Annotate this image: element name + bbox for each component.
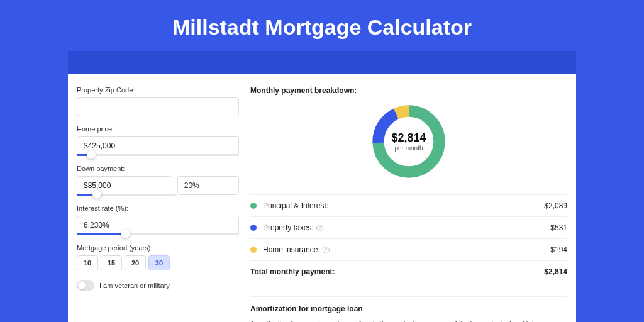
donut-chart: $2,814 per month [369,101,449,182]
interest-slider[interactable] [77,233,239,235]
breakdown-title: Monthly payment breakdown: [250,86,567,95]
period-button-15[interactable]: 15 [101,255,122,270]
page-title: Millstadt Mortgage Calculator [0,0,644,51]
info-icon[interactable]: ? [316,225,323,231]
donut-sublabel: per month [391,145,426,152]
home-price-label: Home price: [77,125,239,133]
period-button-10[interactable]: 10 [77,255,98,270]
down-payment-percent-input[interactable] [177,176,239,195]
veteran-toggle[interactable] [77,280,94,291]
zip-input[interactable] [77,97,239,116]
breakdown-item-label: Property taxes: ? [263,223,550,232]
legend-dot [250,203,257,209]
breakdown-total-value: $2,814 [544,267,567,276]
donut-chart-wrap: $2,814 per month [250,101,567,182]
down-payment-label: Down payment: [77,165,239,172]
amortization-title: Amortization for mortgage loan [250,296,567,313]
breakdown-list: Principal & Interest: $2,089Property tax… [250,194,567,260]
down-payment-amount-input[interactable] [77,176,172,195]
interest-label: Interest rate (%): [77,204,239,212]
breakdown-item-label: Principal & Interest: [263,201,544,210]
veteran-label: I am veteran or military [99,282,170,289]
breakdown-row: Home insurance: ?$194 [250,238,567,260]
breakdown-item-value: $531 [550,223,567,232]
period-button-30[interactable]: 30 [148,255,170,270]
home-price-field-group: Home price: [77,125,239,156]
breakdown-column: Monthly payment breakdown: $2,814 per mo… [250,86,567,322]
legend-dot [250,247,257,253]
down-payment-field-group: Down payment: [77,165,239,196]
breakdown-item-value: $194 [550,245,567,254]
breakdown-item-label: Home insurance: ? [263,245,550,254]
period-options: 10152030 [77,255,239,270]
donut-amount: $2,814 [391,131,426,145]
down-payment-slider[interactable] [77,194,177,196]
breakdown-item-value: $2,089 [544,201,567,210]
info-icon[interactable]: ? [323,247,330,253]
home-price-slider[interactable] [77,154,239,156]
period-label: Mortgage period (years): [77,244,239,252]
zip-label: Property Zip Code: [77,86,239,94]
amortization-text: Amortization for a mortgage loan refers … [250,319,567,322]
zip-field-group: Property Zip Code: [77,86,239,116]
header-accent-bar [68,51,576,74]
interest-input[interactable] [77,216,239,235]
veteran-toggle-row: I am veteran or military [77,280,239,291]
interest-field-group: Interest rate (%): [77,204,239,235]
breakdown-row: Property taxes: ?$531 [250,216,567,238]
legend-dot [250,225,257,231]
breakdown-total-label: Total monthly payment: [250,267,544,276]
inputs-column: Property Zip Code: Home price: Down paym… [77,86,239,322]
period-field-group: Mortgage period (years): 10152030 [77,244,239,270]
donut-center: $2,814 per month [391,131,426,152]
home-price-input[interactable] [77,136,239,155]
breakdown-total-row: Total monthly payment: $2,814 [250,260,567,282]
breakdown-row: Principal & Interest: $2,089 [250,194,567,216]
calculator-card: Property Zip Code: Home price: Down paym… [68,74,576,322]
period-button-20[interactable]: 20 [125,255,146,270]
